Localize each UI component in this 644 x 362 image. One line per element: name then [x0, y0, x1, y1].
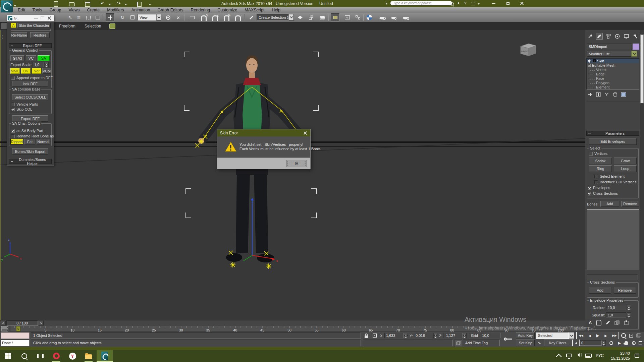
- select-and-move-icon[interactable]: [106, 13, 114, 21]
- paste-icon[interactable]: [624, 320, 629, 325]
- schematic-view-icon[interactable]: [354, 13, 362, 21]
- modifier-list-dropdown[interactable]: Modifier List: [587, 51, 631, 57]
- notification-center-icon[interactable]: [635, 354, 639, 358]
- named-selection-set-dropdown[interactable]: Create Selection Se: [257, 14, 289, 20]
- help-icon[interactable]: ?: [464, 1, 467, 5]
- align-icon[interactable]: [307, 13, 315, 21]
- open-file-icon[interactable]: [69, 2, 75, 6]
- tab-motion-icon[interactable]: [614, 33, 621, 40]
- tab-modify-icon[interactable]: [596, 33, 603, 40]
- dialog-ok-button[interactable]: ÏÅ: [286, 160, 307, 167]
- backface-cull-checkbox[interactable]: Backface Cull Vertices: [594, 180, 636, 184]
- ribbon-tab-selection[interactable]: Selection: [85, 24, 101, 28]
- network-icon[interactable]: [566, 354, 572, 357]
- keyboard-override-icon[interactable]: [188, 13, 197, 21]
- radius-spinner[interactable]: [627, 305, 631, 310]
- use-pivot-center-icon[interactable]: [164, 13, 172, 21]
- script-window-titlebar[interactable]: G.. .sw .xico::before,.sw .xico::after{b…: [7, 15, 54, 21]
- play-button[interactable]: ▶: [594, 332, 601, 339]
- bones-skin-export-button[interactable]: Bones/Skin Export: [12, 148, 48, 155]
- frame-spinner[interactable]: [602, 340, 606, 346]
- ring-button[interactable]: Ring: [589, 165, 612, 172]
- stack-expand-icon[interactable]: +: [593, 59, 596, 62]
- z-spinner[interactable]: [463, 333, 467, 338]
- select-and-scale-icon[interactable]: [128, 13, 137, 21]
- ripped-button[interactable]: Ripped: [10, 139, 23, 144]
- select-and-manipulate-icon[interactable]: [174, 13, 182, 21]
- taskbar-3dsmax-icon[interactable]: [101, 352, 108, 360]
- infocenter-collapse-icon[interactable]: [386, 2, 389, 5]
- percent-snap-icon[interactable]: %: [222, 13, 231, 21]
- zoom-extents-icon[interactable]: [635, 332, 641, 339]
- next-frame-button[interactable]: ▶: [602, 332, 609, 339]
- timeline-slider-handle[interactable]: 0: [16, 326, 20, 331]
- uv-button[interactable]: UV: [21, 68, 31, 74]
- skin-the-character-button[interactable]: Skin the Character: [17, 23, 51, 28]
- panel-scrollbar-thumb[interactable]: [640, 35, 644, 103]
- task-view-icon[interactable]: [32, 350, 48, 362]
- x-spinner[interactable]: [404, 333, 408, 338]
- key-mode-toggle-icon[interactable]: ◀: [572, 340, 580, 346]
- radius-field[interactable]: 10,0: [606, 305, 626, 310]
- tab-create-icon[interactable]: [587, 33, 594, 40]
- snap-toggle-3d-icon[interactable]: 3: [199, 13, 208, 21]
- infocenter-search-icon[interactable]: [449, 1, 454, 6]
- make-unique-icon[interactable]: [604, 92, 609, 97]
- undo-icon[interactable]: ↶: [101, 1, 105, 6]
- language-indicator[interactable]: РУС: [596, 353, 604, 358]
- tab-utilities-icon[interactable]: [632, 33, 639, 40]
- stack-row-element[interactable]: Element: [587, 85, 639, 89]
- infocenter-search-input[interactable]: [390, 1, 452, 6]
- create-key-icon[interactable]: [504, 335, 514, 344]
- vehicle-parts-checkbox[interactable]: Vehicle Parts: [11, 102, 38, 106]
- time-slider-range[interactable]: 0 / 100: [6, 320, 38, 326]
- bones-listbox[interactable]: [587, 209, 639, 270]
- vcol-button[interactable]: VCol: [42, 68, 51, 74]
- zoom-all-icon[interactable]: [628, 332, 634, 339]
- squash-field[interactable]: 1,0: [606, 312, 626, 317]
- key-mode-arrow-icon[interactable]: [569, 332, 574, 339]
- cross-sections-add-button[interactable]: Add: [589, 287, 611, 294]
- copy-icon[interactable]: [614, 320, 620, 325]
- orbit-icon[interactable]: [631, 340, 637, 346]
- angle-snap-icon[interactable]: ∠: [211, 13, 219, 21]
- select-by-name-icon[interactable]: ≣: [74, 13, 83, 21]
- menu-graph-editors[interactable]: Graph Editors: [154, 7, 187, 13]
- rendered-frame-window-icon[interactable]: [389, 13, 398, 21]
- dialog-titlebar[interactable]: Skin Error: [217, 129, 310, 136]
- spinner-snap-icon[interactable]: ↕: [233, 13, 242, 21]
- lock-dff-button[interactable]: lock DFF: [12, 81, 48, 86]
- window-crossing-icon[interactable]: [93, 13, 102, 21]
- curve-editor-icon[interactable]: ∿: [343, 13, 352, 21]
- workspace-dropdown-icon[interactable]: [149, 4, 151, 6]
- select-and-rotate-icon[interactable]: ↻: [118, 13, 127, 21]
- bones-remove-button[interactable]: Remove: [621, 201, 639, 207]
- skip-col-checkbox[interactable]: Skip COL: [11, 107, 32, 111]
- script-maximize-icon[interactable]: [41, 16, 44, 20]
- cross-sections-remove-button[interactable]: Remove: [614, 287, 636, 294]
- show-end-result-icon[interactable]: [596, 92, 601, 97]
- squash-spinner[interactable]: [627, 312, 631, 317]
- volume-icon[interactable]: [576, 353, 582, 357]
- tab-hierarchy-icon[interactable]: [605, 33, 612, 40]
- menu-modifiers[interactable]: Modifiers: [103, 7, 128, 13]
- ribbon-mini-icon[interactable]: [109, 23, 115, 29]
- taskbar-yandex-icon[interactable]: Y: [64, 350, 80, 362]
- current-frame-field[interactable]: 0: [580, 340, 602, 346]
- set-key-button[interactable]: Set Key: [516, 340, 535, 346]
- dialog-close-icon[interactable]: [304, 131, 307, 135]
- material-editor-icon[interactable]: [365, 13, 374, 21]
- maximize-button[interactable]: [503, 1, 513, 6]
- y-spinner[interactable]: [433, 333, 437, 338]
- export-dff-button[interactable]: Export DFF: [12, 115, 48, 122]
- redo-dropdown-icon[interactable]: [125, 4, 127, 6]
- fat-button[interactable]: Fat: [24, 139, 35, 144]
- key-filters-button[interactable]: Key Filters...: [544, 340, 574, 346]
- configure-modifier-sets-icon[interactable]: [621, 92, 627, 97]
- paperclip-icon[interactable]: [596, 320, 601, 325]
- reference-coordsys-dropdown[interactable]: View: [138, 14, 156, 20]
- save-file-icon[interactable]: [85, 2, 90, 7]
- gta3-button[interactable]: GTA3: [10, 55, 24, 61]
- ribbon-tab-freeform[interactable]: Freeform: [59, 24, 75, 28]
- tray-chevron-icon[interactable]: [556, 354, 562, 360]
